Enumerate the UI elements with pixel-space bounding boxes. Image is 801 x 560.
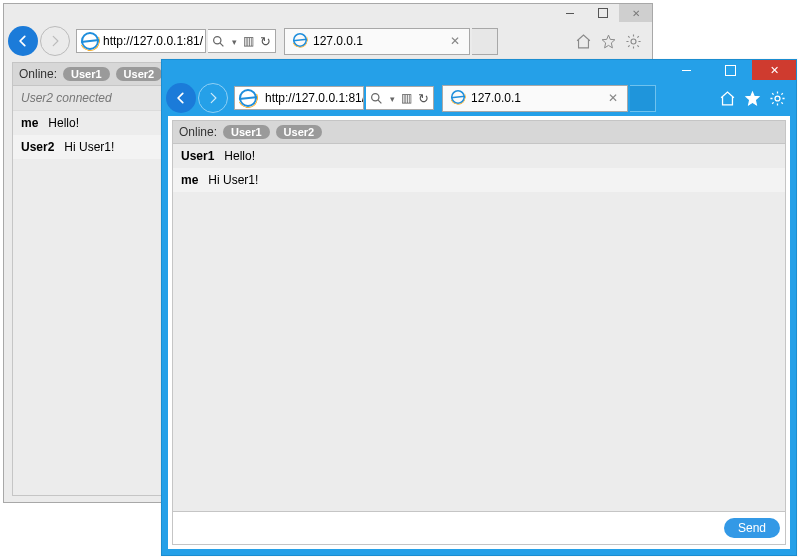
new-tab-button[interactable]: [472, 28, 498, 55]
arrow-right-icon: [206, 91, 220, 105]
nav-bar: ▥ ↻ ✕: [162, 80, 796, 116]
settings-gear-icon[interactable]: [625, 33, 642, 50]
compat-view-icon[interactable]: ▥: [243, 34, 254, 48]
message-text: Hello!: [48, 116, 79, 130]
arrow-left-icon: [174, 91, 188, 105]
nav-bar: ▥ ↻ ✕: [4, 24, 652, 58]
chat-body: Online: User1 User2 User1 Hello! me Hi U…: [173, 121, 785, 511]
online-label: Online:: [179, 125, 217, 139]
arrow-right-icon: [48, 34, 62, 48]
settings-gear-icon[interactable]: [769, 90, 786, 107]
svg-line-1: [220, 43, 223, 46]
search-icon[interactable]: [370, 92, 383, 105]
home-icon[interactable]: [719, 90, 736, 107]
address-tools: ▥ ↻: [366, 86, 434, 110]
browser-window-front: ▥ ↻ ✕ Online: User1 User2 User1: [161, 59, 797, 556]
close-button[interactable]: [752, 60, 796, 80]
ie-logo-icon: [77, 32, 103, 50]
refresh-icon[interactable]: ↻: [418, 91, 429, 106]
address-tools: ▥ ↻: [208, 29, 276, 53]
chat-message-row: User1 Hello!: [173, 144, 785, 168]
window-controls: [553, 4, 652, 22]
titlebar: [162, 60, 796, 80]
online-user-pill[interactable]: User1: [223, 125, 270, 139]
chat-input[interactable]: [178, 517, 716, 539]
message-sender: User1: [181, 149, 214, 163]
svg-line-4: [378, 100, 381, 103]
arrow-left-icon: [16, 34, 30, 48]
search-icon[interactable]: [212, 35, 225, 48]
svg-point-5: [775, 96, 780, 101]
url-input[interactable]: [103, 30, 205, 52]
svg-point-2: [631, 39, 636, 44]
refresh-icon[interactable]: ↻: [260, 34, 271, 49]
svg-point-0: [214, 36, 221, 43]
message-sender: me: [181, 173, 198, 187]
search-dropdown-icon[interactable]: [389, 91, 395, 105]
chat-app: Online: User1 User2 User1 Hello! me Hi U…: [172, 120, 786, 545]
chat-message-row: me Hi User1!: [173, 168, 785, 192]
address-bar[interactable]: [76, 29, 206, 53]
send-button[interactable]: Send: [724, 518, 780, 538]
tab-close-icon[interactable]: ✕: [605, 91, 621, 105]
tab-title: [471, 91, 601, 105]
browser-tab[interactable]: ✕: [442, 85, 628, 112]
minimize-button[interactable]: [553, 4, 586, 22]
url-input[interactable]: [261, 87, 363, 109]
online-user-pill[interactable]: User1: [63, 67, 110, 81]
ie-logo-icon: [449, 88, 467, 109]
message-text: Hi User1!: [64, 140, 114, 154]
page-content: Online: User1 User2 User1 Hello! me Hi U…: [168, 116, 790, 549]
message-sender: User2: [21, 140, 54, 154]
home-icon[interactable]: [575, 33, 592, 50]
nav-forward-button[interactable]: [40, 26, 70, 56]
message-sender: me: [21, 116, 38, 130]
compat-view-icon[interactable]: ▥: [401, 91, 412, 105]
ie-logo-icon: [291, 31, 309, 52]
input-bar: Send: [173, 511, 785, 544]
nav-back-button[interactable]: [8, 26, 38, 56]
tab-close-icon[interactable]: ✕: [447, 34, 463, 48]
ie-logo-icon: [235, 89, 261, 107]
tab-title: [313, 34, 443, 48]
minimize-button[interactable]: [664, 60, 708, 80]
message-text: Hi User1!: [208, 173, 258, 187]
message-text: Hello!: [224, 149, 255, 163]
titlebar: [4, 4, 652, 24]
browser-tools: [575, 33, 648, 50]
online-user-pill[interactable]: User2: [276, 125, 323, 139]
window-controls: [664, 60, 796, 80]
svg-point-3: [372, 93, 379, 100]
online-user-pill[interactable]: User2: [116, 67, 163, 81]
maximize-button[interactable]: [708, 60, 752, 80]
nav-back-button[interactable]: [166, 83, 196, 113]
online-bar: Online: User1 User2: [173, 121, 785, 144]
search-dropdown-icon[interactable]: [231, 34, 237, 48]
browser-tab[interactable]: ✕: [284, 28, 470, 55]
favorites-icon[interactable]: [600, 33, 617, 50]
browser-tools: [719, 90, 792, 107]
favorites-icon[interactable]: [744, 90, 761, 107]
maximize-button[interactable]: [586, 4, 619, 22]
close-button[interactable]: [619, 4, 652, 22]
online-label: Online:: [19, 67, 57, 81]
address-bar[interactable]: [234, 86, 364, 110]
nav-forward-button[interactable]: [198, 83, 228, 113]
new-tab-button[interactable]: [630, 85, 656, 112]
